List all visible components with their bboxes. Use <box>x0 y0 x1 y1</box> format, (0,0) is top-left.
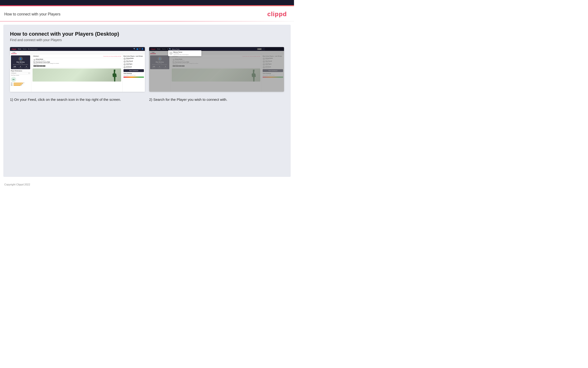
screenshot-1: clippd Home Teams My Performance 🔍 👥 ⚙ 👤… <box>10 47 145 92</box>
tag-arg: ARG <box>39 65 42 66</box>
profile-stats-1: 129 Activities 3 Followers 4 Following <box>12 66 29 68</box>
chevron-down-icon-1: ▼ <box>28 73 29 74</box>
profile-avatar-1: 👤 <box>18 56 23 61</box>
result-club-2: Cypress Point Club, United Kingdom <box>173 54 189 55</box>
player-acts-3: Activities: 3 <box>126 65 132 66</box>
player-avatar-3 <box>123 63 126 66</box>
player-acts-4: Activities: 1 <box>126 67 132 68</box>
left-panel-1: 👤 Blair McHarg Golf Coach Mill Ride Golf… <box>10 55 31 92</box>
nav-logo-1: clippd <box>11 48 16 50</box>
player-acts-1: Activities: 7 <box>126 59 134 60</box>
nav-home-1[interactable]: Home <box>18 48 21 50</box>
clippd-logo: clippd <box>267 10 287 18</box>
clippd-body-1: 👤 Blair McHarg Golf Coach Mill Ride Golf… <box>10 55 145 92</box>
center-panel-1: Following ▾ Control who can see your act… <box>31 55 122 92</box>
avatar-icon-1[interactable]: 👤 <box>141 48 143 50</box>
search-input-2[interactable]: Marcus Turner <box>172 48 256 50</box>
clippd-nav-1: clippd Home Teams My Performance 🔍 👥 ⚙ 👤 <box>10 47 145 51</box>
result-info-2: Marcus Turner 1.5 Handicap Cypress Point… <box>173 51 189 55</box>
stat-followers-1: 3 Followers <box>18 66 22 68</box>
player-name-3: Hiral Pujara <box>126 64 132 65</box>
step-1-desc: 1) On your Feed, click on the search ico… <box>10 97 145 102</box>
bar-app: APP 70 <box>11 84 30 85</box>
clear-btn-2[interactable]: CLEAR <box>257 48 262 50</box>
player-item-3: Hiral Pujara Activities: 3 <box>123 63 144 66</box>
search-icon-2[interactable]: 🔍 <box>169 48 171 50</box>
player-avatar-2 <box>123 60 126 63</box>
bar-app-fill <box>14 84 22 85</box>
player-name-2: Piers Parnell <box>126 61 133 62</box>
following-header-1: Following ▾ Control who can see your act… <box>33 55 121 57</box>
player-avatar-1 <box>123 57 126 60</box>
header-divider <box>0 21 294 21</box>
top-bar <box>0 0 294 5</box>
screenshot-2: clippd Home Teams My Performance Feed 👤 … <box>149 47 284 92</box>
copyright-text: Copyright Clippd 2022 <box>4 183 30 186</box>
activity-sub-1: Yesterday - The Grove <box>36 60 45 61</box>
stat-following-1: 4 Following <box>24 66 28 68</box>
settings-icon-1[interactable]: ⚙ <box>139 48 140 50</box>
bar-arg-fill <box>14 85 21 86</box>
nav-myperformance-1[interactable]: My Performance <box>28 48 37 50</box>
main-heading: How to connect with your Players (Deskto… <box>10 31 284 37</box>
team-dashboard-btn-1[interactable]: Team Dashboard <box>123 69 144 72</box>
heatmap-bar-1 <box>123 77 144 78</box>
profile-club-1: Mill Ride Golf Club, United Kingdom <box>12 64 29 65</box>
bar-ott: OTT 79 <box>11 83 30 83</box>
quality-score-1: 84 <box>11 77 16 82</box>
player-acts-2: Activities: 4 <box>126 62 133 63</box>
step-2-desc: 2) Search for the Player you wish to con… <box>149 97 284 102</box>
activity-user-info-1: Richard Butler Yesterday - The Grove <box>36 59 45 61</box>
most-active-title-1: Most Active Players - Last 30 days <box>123 55 144 57</box>
golf-image-1 <box>33 68 121 82</box>
quality-label-1: Total Player Quality <box>11 75 30 76</box>
quality-bars-1: OTT 79 APP 70 ARG <box>11 83 30 86</box>
tag-app: APP <box>36 65 39 66</box>
heatmap-section-1: Team Heatmap Player Quality - 20 Round T… <box>123 73 144 78</box>
activity-user-1: Richard Butler Yesterday - The Grove <box>34 59 120 61</box>
player-item-4: Eli Vincent Activities: 1 <box>123 66 144 68</box>
page-title: How to connect with your Players <box>4 12 61 16</box>
player-name-4: Eli Vincent <box>126 66 132 67</box>
activity-tags-1: OTT APP ARG PUTT <box>34 65 120 66</box>
pp-title-1: Player Performance <box>11 70 30 72</box>
heatmap-subtitle-1: Player Quality - 20 Round Trend <box>123 75 144 76</box>
heatmap-title-1: Team Heatmap <box>123 73 144 74</box>
nav-teams-1[interactable]: Teams <box>23 48 26 50</box>
following-btn-1[interactable]: Following ▾ <box>33 55 39 57</box>
player-avatar-4 <box>123 66 126 68</box>
search-result-2[interactable]: Marcus Turner 1.5 Handicap Cypress Point… <box>168 50 201 56</box>
activity-title-1: Pre Tournament Course Walk <box>34 61 120 63</box>
main-subheading: Find and connect with your Players <box>10 38 284 42</box>
page-header: How to connect with your Players clippd <box>0 6 294 21</box>
activity-card-1: Richard Butler Yesterday - The Grove Pre… <box>33 58 121 67</box>
bar-arg: ARG 61 <box>11 85 30 86</box>
player-item-1: Richard Butler Activities: 7 <box>123 57 144 60</box>
pp-select-1[interactable]: Eli Vincent ▼ <box>11 72 30 74</box>
clippd-ui-1: clippd Home Teams My Performance 🔍 👥 ⚙ 👤… <box>10 47 145 92</box>
player-performance-1: Player Performance Eli Vincent ▼ Total P… <box>11 70 30 86</box>
close-btn-2[interactable]: ✕ <box>263 48 264 50</box>
people-icon-1[interactable]: 👥 <box>136 48 139 50</box>
pp-player-name-1: Eli Vincent <box>12 73 28 74</box>
right-panel-1: Most Active Players - Last 30 days Richa… <box>122 55 145 92</box>
activity-avatar-1 <box>34 59 35 61</box>
bar-ott-fill <box>14 83 23 83</box>
tag-ott: OTT <box>34 65 36 66</box>
tag-putt: PUTT <box>42 65 45 66</box>
main-content: How to connect with your Players (Deskto… <box>3 25 291 177</box>
result-avatar-2 <box>169 52 173 55</box>
stat-activities-1: 129 Activities <box>13 66 17 68</box>
nav-icons-1: 🔍 👥 ⚙ 👤 <box>133 48 143 50</box>
screenshots-row: clippd Home Teams My Performance 🔍 👥 ⚙ 👤… <box>10 47 284 92</box>
player-item-2: Piers Parnell Activities: 4 <box>123 60 144 63</box>
feed-tab-1[interactable]: Feed <box>11 51 17 54</box>
control-link-1[interactable]: Control who can see your activity and da… <box>103 56 121 57</box>
page-footer: Copyright Clippd 2022 <box>0 180 294 189</box>
activity-duration-1: 02 hr : 00 min <box>34 64 120 65</box>
search-icon-1[interactable]: 🔍 <box>133 48 136 50</box>
golfer-silhouette-1 <box>110 70 119 82</box>
profile-card-1: 👤 Blair McHarg Golf Coach Mill Ride Golf… <box>11 55 30 69</box>
player-name-1: Richard Butler <box>126 58 134 59</box>
steps-row: 1) On your Feed, click on the search ico… <box>10 97 284 102</box>
